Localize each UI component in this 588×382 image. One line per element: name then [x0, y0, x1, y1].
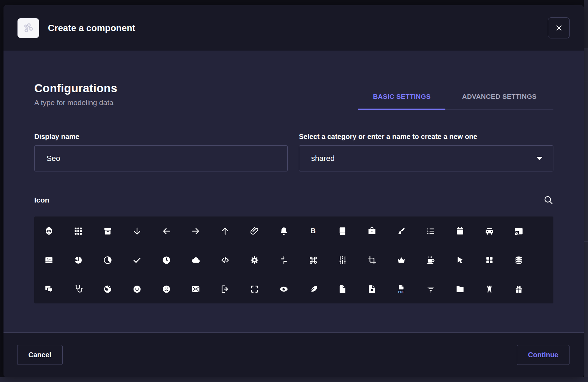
icon-option-archive[interactable] — [93, 216, 122, 245]
icon-option-emotion-happy[interactable] — [122, 274, 152, 303]
cast-icon — [514, 226, 524, 236]
icon-option-cog[interactable] — [240, 245, 269, 274]
icon-option-arrow-up[interactable] — [210, 216, 240, 245]
icon-option-arrow-right[interactable] — [181, 216, 210, 245]
icon-option-file-pdf[interactable]: PDF — [387, 274, 416, 303]
icon-option-crown[interactable] — [387, 245, 416, 274]
bullet-list-icon — [426, 226, 436, 236]
icon-option-briefcase[interactable] — [357, 216, 387, 245]
display-name-input[interactable] — [34, 145, 288, 171]
envelop-icon — [191, 284, 201, 294]
icon-option-book[interactable] — [328, 216, 357, 245]
background-page-strip — [584, 0, 588, 382]
icon-option-clock[interactable] — [152, 245, 181, 274]
icon-option-bold[interactable]: B — [299, 216, 328, 245]
tab-advanced-settings[interactable]: ADVANCED SETTINGS — [445, 84, 553, 109]
icon-option-emotion-unhappy[interactable] — [152, 274, 181, 303]
icon-option-cup[interactable] — [416, 245, 445, 274]
search-icon-button[interactable] — [542, 193, 555, 207]
icon-option-picture[interactable] — [34, 245, 64, 274]
settings-tabs: BASIC SETTINGS ADVANCED SETTINGS — [358, 84, 553, 110]
exit-icon — [220, 284, 230, 294]
cancel-button[interactable]: Cancel — [17, 345, 63, 365]
modal-title: Create a component — [48, 23, 135, 34]
icon-option-command[interactable] — [299, 245, 328, 274]
icon-option-chart-pie[interactable] — [93, 245, 122, 274]
bold-icon: B — [308, 226, 318, 236]
icon-option-feather[interactable] — [299, 274, 328, 303]
icon-option-envelop[interactable] — [181, 274, 210, 303]
icon-option-check[interactable] — [122, 245, 152, 274]
continue-button[interactable]: Continue — [517, 345, 569, 365]
icon-section-label: Icon — [34, 196, 49, 204]
svg-text:PDF: PDF — [398, 290, 404, 293]
icon-option-calendar[interactable] — [445, 216, 475, 245]
icon-option-earth[interactable] — [93, 274, 122, 303]
collapse-icon — [279, 255, 289, 265]
icon-option-apps[interactable] — [64, 216, 93, 245]
component-icon — [17, 18, 39, 38]
category-label: Select a category or enter a name to cre… — [299, 133, 553, 141]
category-selected-value: shared — [311, 154, 335, 163]
icon-option-file[interactable] — [328, 274, 357, 303]
briefcase-icon — [367, 226, 377, 236]
icon-option-folder[interactable] — [445, 274, 475, 303]
code-icon — [220, 255, 230, 265]
gift-icon — [514, 284, 524, 294]
icon-option-bell[interactable] — [269, 216, 299, 245]
archive-icon — [103, 226, 113, 236]
cursor-icon — [455, 255, 465, 265]
close-icon — [554, 23, 564, 32]
icon-option-car[interactable] — [475, 216, 504, 245]
arrow-right-icon — [191, 226, 201, 236]
icon-option-cloud[interactable] — [181, 245, 210, 274]
icon-option-cast[interactable] — [504, 216, 533, 245]
icon-option-bullet-list[interactable] — [416, 216, 445, 245]
file-pdf-icon: PDF — [396, 284, 406, 294]
tab-basic-settings[interactable]: BASIC SETTINGS — [358, 84, 445, 109]
brush-icon — [396, 226, 406, 236]
icon-option-attachment[interactable] — [240, 216, 269, 245]
cup-icon — [426, 255, 436, 265]
icon-option-connector[interactable] — [328, 245, 357, 274]
emotion-happy-icon — [132, 284, 142, 294]
file-icon — [338, 284, 347, 294]
icon-option-exit[interactable] — [210, 274, 240, 303]
icon-option-eye[interactable] — [269, 274, 299, 303]
clock-icon — [162, 255, 171, 265]
icon-option-gift[interactable] — [504, 274, 533, 303]
icon-option-brush[interactable] — [387, 216, 416, 245]
expand-icon — [250, 284, 259, 294]
attachment-icon — [250, 226, 259, 236]
close-button[interactable] — [548, 17, 570, 38]
icon-option-chart-circle[interactable] — [64, 245, 93, 274]
display-name-field: Display name — [34, 133, 288, 171]
icon-option-database[interactable] — [504, 245, 533, 274]
cloud-icon — [191, 255, 201, 265]
category-select[interactable]: shared — [299, 145, 553, 171]
icon-option-discuss[interactable] — [34, 274, 64, 303]
modal-body: Configurations A type for modeling data … — [3, 51, 584, 332]
icon-option-collapse[interactable] — [269, 245, 299, 274]
modal-footer: Cancel Continue — [3, 332, 584, 377]
search-icon — [543, 195, 554, 205]
icon-option-arrow-left[interactable] — [152, 216, 181, 245]
icon-option-alien[interactable] — [34, 216, 64, 245]
icon-option-expand[interactable] — [240, 274, 269, 303]
crop-icon — [367, 255, 377, 265]
icon-option-arrow-down[interactable] — [122, 216, 152, 245]
icon-option-gate[interactable] — [475, 274, 504, 303]
arrow-up-icon — [220, 226, 230, 236]
icon-option-cursor[interactable] — [445, 245, 475, 274]
database-icon — [514, 255, 524, 265]
emotion-unhappy-icon — [162, 284, 171, 294]
apps-icon — [73, 226, 83, 236]
icon-option-dashboard[interactable] — [475, 245, 504, 274]
icon-grid: BPDF — [34, 216, 553, 303]
icon-option-doctor[interactable] — [64, 274, 93, 303]
book-icon — [338, 226, 347, 236]
icon-option-filter[interactable] — [416, 274, 445, 303]
icon-option-code[interactable] — [210, 245, 240, 274]
icon-option-file-error[interactable] — [357, 274, 387, 303]
icon-option-crop[interactable] — [357, 245, 387, 274]
